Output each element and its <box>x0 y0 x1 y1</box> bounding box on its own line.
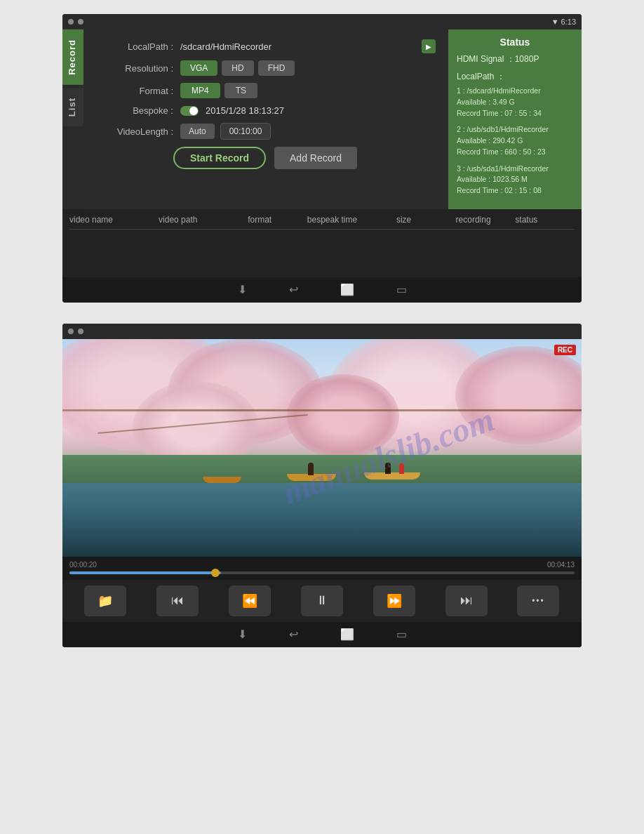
entry3-path: 3 : /usb/sda1/HdmiRecorder <box>457 164 573 175</box>
status-signal: HDMI Signal ：1080P <box>457 53 573 65</box>
progress-fill <box>69 571 221 574</box>
play-path-button[interactable]: ▶ <box>422 39 436 53</box>
person-3-red <box>399 463 404 474</box>
bespoke-label: Bespoke : <box>96 105 173 116</box>
blossom-6 <box>287 374 399 458</box>
format-label: Format : <box>96 86 173 96</box>
more-button[interactable]: ••• <box>517 585 559 616</box>
hd-button[interactable]: HD <box>222 60 253 76</box>
entry3-recordtime: Record Time : 02 : 15 : 08 <box>457 185 573 197</box>
tab-record[interactable]: Record <box>62 29 83 85</box>
list-body <box>69 230 575 272</box>
boat-3 <box>203 477 241 483</box>
player-nav-recent-icon[interactable]: ▭ <box>396 628 407 641</box>
nav-home-icon[interactable]: ⬜ <box>340 283 354 296</box>
player-nav-download-icon[interactable]: ⬇ <box>238 628 247 641</box>
status-entry-3: 3 : /usb/sda1/HdmiRecorder Available : 1… <box>457 164 573 197</box>
current-time: 00:00:20 <box>69 561 97 569</box>
status-bar-left <box>68 19 83 25</box>
status-title: Status <box>457 37 573 48</box>
entry2-available: Available : 290.42 G <box>457 135 573 147</box>
status-dot-2 <box>78 19 83 25</box>
player-nav-back-icon[interactable]: ↩ <box>289 628 298 641</box>
boat-2 <box>364 472 420 479</box>
player-status-bar <box>62 324 582 339</box>
player-nav-home-icon[interactable]: ⬜ <box>340 628 354 641</box>
rewind-icon: ⏪ <box>242 593 257 609</box>
list-area: video name video path format bespeak tim… <box>62 209 582 277</box>
progress-area: 00:00:20 00:04:13 <box>62 557 582 580</box>
sidebar-tabs: Record List <box>62 29 83 209</box>
time-row: 00:00:20 00:04:13 <box>69 561 575 569</box>
status-panel: Status HDMI Signal ：1080P LocalPath ： 1 … <box>448 29 582 209</box>
bespoke-toggle[interactable] <box>180 106 199 116</box>
localpath-label: LocalPath : <box>96 41 173 52</box>
person-1 <box>308 463 314 475</box>
nav-download-icon[interactable]: ⬇ <box>238 283 247 296</box>
skip-forward-icon: ⏭ <box>460 593 473 608</box>
status-entry-2: 2 : /usb/sdb1/HdmiRecorder Available : 2… <box>457 124 573 157</box>
start-record-button[interactable]: Start Record <box>173 147 266 169</box>
branch-1 <box>62 409 582 411</box>
col-video-name: video name <box>69 215 159 225</box>
recorder-nav-bar: ⬇ ↩ ⬜ ▭ <box>62 277 582 303</box>
folder-icon: 📁 <box>98 593 113 609</box>
entry1-recordtime: Record Time : 07 : 55 : 34 <box>457 108 573 119</box>
progress-thumb[interactable] <box>211 569 220 577</box>
tab-list[interactable]: List <box>62 88 83 126</box>
ts-button[interactable]: TS <box>224 83 257 98</box>
fhd-button[interactable]: FHD <box>258 60 295 76</box>
bespoke-row: Bespoke : 2015/1/28 18:13:27 <box>96 105 436 116</box>
skip-back-icon: ⏮ <box>171 593 184 608</box>
fast-forward-button[interactable]: ⏩ <box>373 585 415 616</box>
pause-icon: ⏸ <box>316 593 328 608</box>
skip-back-button[interactable]: ⏮ <box>156 585 199 616</box>
nav-recent-icon[interactable]: ▭ <box>396 283 407 296</box>
video-container: REC manualslib.com <box>62 339 582 557</box>
col-bespeak-time: bespeak time <box>307 215 396 225</box>
recorder-body: Record List LocalPath : /sdcard/HdmiReco… <box>62 29 582 209</box>
player-dot-1 <box>68 329 74 334</box>
fast-forward-icon: ⏩ <box>387 593 402 609</box>
person-2 <box>385 463 391 474</box>
videolength-row: VideoLength : Auto 00:10:00 <box>96 123 436 140</box>
mp4-button[interactable]: MP4 <box>180 83 220 98</box>
recorder-panel: ▼ 6:13 Record List LocalPath : /sdcard/H… <box>62 14 582 303</box>
rewind-button[interactable]: ⏪ <box>229 585 271 616</box>
auto-button[interactable]: Auto <box>180 124 215 139</box>
vga-button[interactable]: VGA <box>180 60 217 76</box>
format-btn-group: MP4 TS <box>180 83 257 98</box>
nav-back-icon[interactable]: ↩ <box>289 283 298 296</box>
total-time: 00:04:13 <box>547 561 575 569</box>
status-bar-time: ▼ 6:13 <box>551 18 576 26</box>
pause-button[interactable]: ⏸ <box>301 585 343 616</box>
player-panel: REC manualslib.com 00:00:20 00:04:13 📁 ⏮… <box>62 324 582 647</box>
add-record-button[interactable]: Add Record <box>274 147 357 169</box>
video-length-time: 00:10:00 <box>220 123 271 140</box>
more-icon: ••• <box>532 596 545 606</box>
resolution-row: Resolution : VGA HD FHD <box>96 60 436 76</box>
status-dot-1 <box>68 19 74 25</box>
status-entry-1: 1 : /sdcard/HdmiRecorder Available : 3.4… <box>457 86 573 119</box>
folder-button[interactable]: 📁 <box>84 585 126 616</box>
format-row: Format : MP4 TS <box>96 83 436 98</box>
bespoke-date: 2015/1/28 18:13:27 <box>206 105 284 116</box>
rec-indicator: REC <box>554 345 576 355</box>
col-size: size <box>396 215 456 225</box>
resolution-label: Resolution : <box>96 63 173 74</box>
entry3-available: Available : 1023.56 M <box>457 174 573 185</box>
progress-bar[interactable] <box>69 571 575 574</box>
localpath-value: /sdcard/HdmiRecorder <box>180 41 417 52</box>
col-video-path: video path <box>159 215 248 225</box>
water-area <box>62 479 582 557</box>
entry1-path: 1 : /sdcard/HdmiRecorder <box>457 86 573 97</box>
skip-forward-button[interactable]: ⏭ <box>445 585 488 616</box>
videolength-label: VideoLength : <box>96 126 173 137</box>
recorder-status-bar: ▼ 6:13 <box>62 14 582 29</box>
list-header: video name video path format bespeak tim… <box>69 215 575 230</box>
col-format: format <box>248 215 307 225</box>
entry1-available: Available : 3.49 G <box>457 97 573 108</box>
player-dot-2 <box>78 329 83 334</box>
player-controls: 📁 ⏮ ⏪ ⏸ ⏩ ⏭ ••• <box>62 580 582 622</box>
col-status: status <box>515 215 575 225</box>
